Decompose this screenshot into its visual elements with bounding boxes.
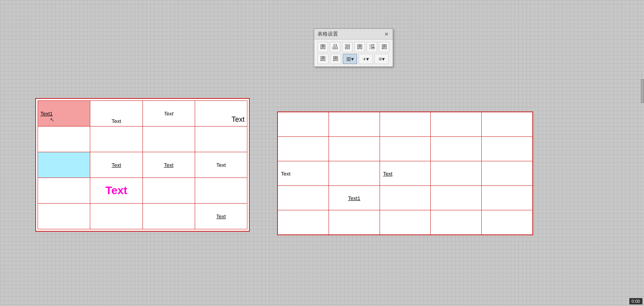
right-table: Text Text Text1 (277, 112, 533, 235)
table-cell[interactable] (482, 161, 533, 186)
table-cell[interactable] (431, 137, 482, 161)
table-cell[interactable] (482, 137, 533, 161)
clock: 0:00 (629, 298, 642, 304)
table-cell[interactable]: Text1 (329, 186, 380, 210)
table-cell[interactable] (329, 210, 380, 235)
table-cell[interactable]: Text (90, 178, 142, 204)
table-cell[interactable]: Text (195, 204, 247, 229)
table-row: Text Text Text (38, 152, 247, 178)
table-cell[interactable]: Text (142, 101, 195, 127)
table-cell[interactable] (431, 186, 482, 210)
table-cell[interactable] (278, 186, 329, 210)
text-align-dropdown-btn[interactable]: ≡▾ (374, 54, 389, 64)
table-cell[interactable] (380, 137, 431, 161)
table-cell[interactable] (195, 178, 247, 204)
mouse-cursor: ↖ (50, 117, 55, 123)
table-cell[interactable] (278, 210, 329, 235)
border-style-dropdown-btn[interactable]: ⊞▾ (343, 54, 357, 64)
table-row (278, 137, 533, 161)
table-cell[interactable] (38, 127, 90, 152)
table-cell[interactable] (38, 204, 90, 229)
table-row: Text1 ↖ Text Text Text (38, 101, 247, 127)
table-cell[interactable] (380, 112, 431, 137)
border-type1-btn[interactable]: 囲 (317, 54, 329, 64)
cell-text: Text (112, 118, 121, 124)
dialog-body: 囲 品 甜 囲 漚 囲 囲 囲 ⊞▾ +▾ ≡▾ (314, 40, 393, 66)
table-cell[interactable]: Text (195, 152, 247, 178)
cell-text: Text (112, 162, 121, 168)
table-cell[interactable]: Text (90, 152, 142, 178)
table-row: Text (38, 178, 247, 204)
table-cell[interactable] (380, 186, 431, 210)
dialog-row-2: 囲 囲 ⊞▾ +▾ ≡▾ (317, 54, 389, 64)
border-color-dropdown-btn[interactable]: +▾ (359, 54, 373, 64)
table-cell[interactable] (329, 137, 380, 161)
cell-text: Text (164, 111, 173, 117)
table-cell[interactable] (482, 186, 533, 210)
table-cell[interactable] (90, 127, 142, 152)
table-cell[interactable]: Text (278, 161, 329, 186)
table-cell[interactable] (329, 161, 380, 186)
table-row (38, 127, 247, 152)
cell-text: Text (216, 213, 226, 219)
table-cell[interactable] (38, 178, 90, 204)
table-cell[interactable]: Text (142, 152, 195, 178)
table-cell[interactable] (278, 137, 329, 161)
table-cell[interactable] (431, 112, 482, 137)
table-cell[interactable] (380, 210, 431, 235)
cell-text: Text (105, 184, 127, 196)
table-cell[interactable] (278, 112, 329, 137)
cell-text: Text1 (348, 195, 360, 201)
table-row (278, 210, 533, 235)
table-cell[interactable] (38, 152, 90, 178)
cell-text: Text1 (40, 111, 53, 117)
scrollbar[interactable] (641, 79, 644, 103)
table-row: Text1 (278, 186, 533, 210)
border-all-btn[interactable]: 囲 (317, 42, 328, 52)
cell-text: Text (383, 171, 393, 177)
dialog-title: 表格设置 (317, 30, 338, 38)
dialog-row-1: 囲 品 甜 囲 漚 囲 (317, 42, 389, 52)
table-cell[interactable] (90, 204, 142, 229)
dialog-titlebar: 表格设置 ✕ (314, 29, 393, 40)
table-cell[interactable] (195, 127, 247, 152)
table-cell[interactable] (329, 112, 380, 137)
border-top-btn[interactable]: 囲 (354, 42, 365, 52)
table-cell[interactable] (142, 178, 195, 204)
cell-text: Text (164, 162, 173, 168)
border-option6-btn[interactable]: 囲 (379, 42, 389, 52)
table-settings-dialog: 表格设置 ✕ 囲 品 甜 囲 漚 囲 囲 囲 ⊞▾ +▾ ≡▾ (314, 28, 393, 67)
table-cell[interactable]: Text (195, 101, 247, 127)
cell-text: Text (232, 115, 245, 123)
table-cell[interactable] (482, 210, 533, 235)
table-row: Text (38, 204, 247, 229)
table-cell[interactable] (482, 112, 533, 137)
right-table-container: Text Text Text1 (277, 111, 533, 235)
cell-text: Text (216, 162, 226, 168)
left-table-container: Text1 ↖ Text Text Text (35, 98, 250, 232)
table-row (278, 112, 533, 137)
left-table: Text1 ↖ Text Text Text (38, 100, 247, 229)
table-cell[interactable]: Text (380, 161, 431, 186)
table-cell[interactable] (142, 204, 195, 229)
border-inside-btn[interactable]: 甜 (342, 42, 353, 52)
table-cell[interactable] (431, 161, 482, 186)
table-cell[interactable] (431, 210, 482, 235)
table-cell[interactable]: Text (90, 101, 142, 127)
table-cell[interactable] (142, 127, 195, 152)
border-type2-btn[interactable]: 囲 (330, 54, 341, 64)
cell-text: Text (281, 171, 291, 177)
border-outside-btn[interactable]: 品 (330, 42, 340, 52)
table-cell[interactable]: Text1 ↖ (38, 101, 90, 127)
border-bottom-btn[interactable]: 漚 (367, 42, 377, 52)
dialog-close-button[interactable]: ✕ (384, 32, 389, 37)
table-row: Text Text (278, 161, 533, 186)
